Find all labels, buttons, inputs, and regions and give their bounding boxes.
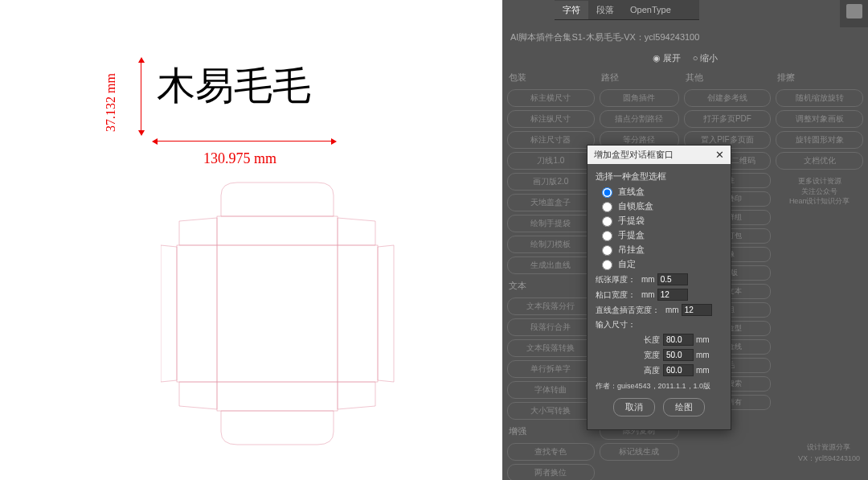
- modal-title: 增加盒型对话框窗口: [594, 149, 674, 161]
- tab-paragraph[interactable]: 段落: [588, 1, 622, 19]
- pill-btn[interactable]: 创建参考线: [684, 89, 772, 107]
- cancel-button[interactable]: 取消: [613, 398, 655, 416]
- pill-btn[interactable]: 标主横尺寸: [507, 89, 595, 107]
- vertical-dimension: 37.132 mm: [115, 56, 155, 137]
- length-label: 长度: [596, 334, 660, 346]
- length-input[interactable]: [663, 334, 694, 346]
- paper-thickness-input[interactable]: [657, 273, 688, 285]
- col-header-package: 包装: [507, 69, 595, 86]
- width-label: 宽度: [596, 350, 660, 361]
- glue-width-input[interactable]: [657, 289, 688, 301]
- pill-btn[interactable]: 绘制手提袋: [507, 215, 595, 232]
- pill-btn[interactable]: 文本段落分行: [507, 297, 595, 315]
- pill-btn[interactable]: 生成出血线: [507, 256, 595, 274]
- pill-btn[interactable]: 画刀版2.0: [507, 173, 595, 191]
- pill-btn[interactable]: 随机缩放旋转: [776, 89, 863, 107]
- radio-straight-box[interactable]: 直线盒: [602, 186, 723, 198]
- pill-btn[interactable]: 字体转曲: [507, 381, 595, 399]
- svg-rect-3: [338, 245, 378, 382]
- pill-btn[interactable]: 段落行合并: [507, 318, 595, 336]
- modal-title-bar[interactable]: 增加盒型对话框窗口 ✕: [588, 146, 731, 164]
- bottom-vx-info: 设计资源分享 VX：ycl594243100: [798, 442, 860, 464]
- width-input[interactable]: [663, 349, 694, 361]
- tab-character[interactable]: 字符: [555, 1, 588, 19]
- radio-autolock-box[interactable]: 自锁底盒: [602, 200, 723, 212]
- radio-handbox[interactable]: 手提盒: [602, 229, 723, 241]
- tongue-width-label: 直线盒插舌宽度：: [596, 305, 660, 316]
- add-box-type-dialog: 增加盒型对话框窗口 ✕ 选择一种盒型选框 直线盒 自锁底盒 手提袋 手提盒 吊挂…: [587, 145, 731, 430]
- col-header-enhance: 增强: [507, 423, 595, 440]
- canvas-title-text: 木易毛毛: [157, 60, 311, 112]
- pill-btn[interactable]: 天地盖盒子: [507, 194, 595, 211]
- input-dims-label: 输入尺寸：: [596, 319, 636, 330]
- pill-btn[interactable]: 文档优化: [776, 152, 863, 170]
- svg-rect-4: [217, 382, 338, 411]
- pill-btn[interactable]: 大小写转换: [507, 402, 595, 420]
- pill-btn[interactable]: 单行拆单字: [507, 360, 595, 378]
- col-header-other: 其他: [684, 69, 772, 86]
- horizontal-dimension-value: 130.975 mm: [203, 150, 276, 167]
- svg-rect-2: [217, 245, 338, 382]
- svg-rect-1: [177, 245, 217, 382]
- pill-btn[interactable]: 两者换位: [507, 464, 595, 480]
- pill-btn[interactable]: 标注纵尺寸: [507, 110, 595, 128]
- tab-opentype[interactable]: OpenType: [622, 2, 679, 18]
- radio-custom[interactable]: 自定: [602, 258, 723, 270]
- modal-author-text: 作者：guise4543，2011.1.1，1.0版: [596, 381, 723, 392]
- col-header-path: 路径: [600, 69, 679, 86]
- panel-title: AI脚本插件合集S1-木易毛毛-VX：ycl594243100: [502, 27, 868, 47]
- draw-button[interactable]: 绘图: [663, 398, 705, 416]
- tongue-width-input[interactable]: [682, 304, 712, 316]
- pill-btn[interactable]: 查找专色: [507, 443, 595, 461]
- horizontal-dimension: 130.975 mm: [151, 133, 344, 165]
- box-dieline-drawing[interactable]: [161, 181, 410, 470]
- pill-btn[interactable]: 圆角插件: [600, 89, 679, 107]
- radio-handbag[interactable]: 手提袋: [602, 215, 723, 227]
- pill-btn[interactable]: 描点分割路径: [600, 110, 679, 128]
- info-text-resources: 更多设计资源 关注公众号 Hean设计知识分享: [776, 173, 863, 210]
- pill-btn[interactable]: 标记线生成: [600, 443, 679, 461]
- grid-icon[interactable]: [846, 4, 862, 18]
- expand-shrink-row: ◉ 展开 ○ 缩小: [502, 47, 868, 69]
- paper-thickness-label: 纸张厚度：: [596, 274, 636, 285]
- radio-shrink[interactable]: ○ 缩小: [693, 53, 719, 63]
- height-label: 高度: [596, 365, 660, 376]
- pill-btn[interactable]: 刀线1.0: [507, 152, 595, 170]
- top-tab-bar: 字符 段落 OpenType: [555, 0, 699, 20]
- pill-btn[interactable]: 调整对象画板: [776, 110, 863, 128]
- pill-btn[interactable]: 标注尺寸器: [507, 131, 595, 149]
- col-header-arrange: 排擦: [776, 69, 863, 86]
- pill-btn[interactable]: 旋转圆形对象: [776, 131, 863, 149]
- close-icon[interactable]: ✕: [715, 149, 724, 161]
- col-header-text: 文本: [507, 277, 595, 294]
- canvas-area: 木易毛毛 37.132 mm 130.975 mm: [0, 0, 502, 480]
- svg-rect-0: [217, 216, 338, 245]
- pill-btn[interactable]: 绘制刀模板: [507, 236, 595, 253]
- pill-btn[interactable]: 文本段落转换: [507, 339, 595, 357]
- height-input[interactable]: [663, 364, 694, 376]
- pill-btn[interactable]: 打开多页PDF: [684, 110, 772, 128]
- select-box-type-label: 选择一种盒型选框: [596, 170, 723, 183]
- vertical-dimension-value: 37.132 mm: [104, 73, 118, 132]
- radio-expand[interactable]: ◉ 展开: [653, 53, 681, 63]
- glue-width-label: 粘口宽度：: [596, 289, 636, 301]
- radio-hangbox[interactable]: 吊挂盒: [602, 244, 723, 256]
